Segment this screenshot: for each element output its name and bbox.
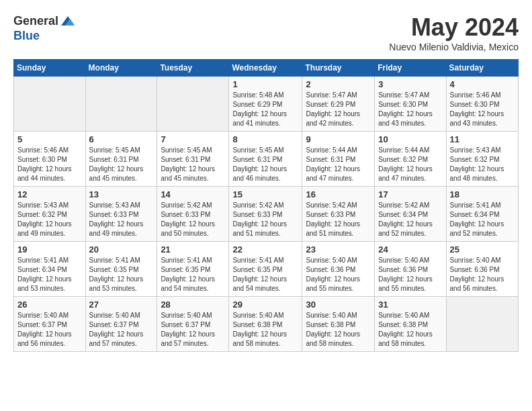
day-number: 3 — [378, 79, 442, 89]
header-saturday: Saturday — [446, 60, 518, 77]
day-info: Sunrise: 5:44 AMSunset: 6:32 PMDaylight:… — [378, 146, 442, 183]
calendar-cell: 12Sunrise: 5:43 AMSunset: 6:32 PMDayligh… — [14, 187, 86, 242]
day-info: Sunrise: 5:45 AMSunset: 6:31 PMDaylight:… — [161, 146, 225, 183]
calendar-cell: 17Sunrise: 5:42 AMSunset: 6:34 PMDayligh… — [375, 187, 446, 242]
calendar-cell: 15Sunrise: 5:42 AMSunset: 6:33 PMDayligh… — [229, 187, 302, 242]
day-number: 16 — [306, 189, 371, 199]
calendar-cell: 16Sunrise: 5:42 AMSunset: 6:33 PMDayligh… — [302, 187, 375, 242]
calendar-cell — [85, 77, 157, 132]
day-info: Sunrise: 5:44 AMSunset: 6:31 PMDaylight:… — [306, 146, 371, 183]
day-number: 19 — [17, 244, 82, 255]
day-info: Sunrise: 5:40 AMSunset: 6:36 PMDaylight:… — [378, 256, 442, 293]
calendar-cell: 19Sunrise: 5:41 AMSunset: 6:34 PMDayligh… — [14, 242, 86, 297]
day-info: Sunrise: 5:43 AMSunset: 6:32 PMDaylight:… — [450, 146, 515, 183]
month-title: May 2024 — [389, 13, 519, 42]
day-number: 14 — [161, 189, 225, 199]
logo-icon — [60, 13, 76, 30]
calendar-cell: 18Sunrise: 5:41 AMSunset: 6:34 PMDayligh… — [446, 187, 518, 242]
calendar-cell: 28Sunrise: 5:40 AMSunset: 6:37 PMDayligh… — [157, 297, 229, 352]
header-tuesday: Tuesday — [157, 60, 229, 77]
calendar-cell: 11Sunrise: 5:43 AMSunset: 6:32 PMDayligh… — [446, 132, 518, 187]
calendar-cell: 7Sunrise: 5:45 AMSunset: 6:31 PMDaylight… — [157, 132, 229, 187]
calendar-cell: 6Sunrise: 5:45 AMSunset: 6:31 PMDaylight… — [85, 132, 157, 187]
day-number: 28 — [161, 300, 225, 310]
day-info: Sunrise: 5:41 AMSunset: 6:35 PMDaylight:… — [161, 256, 225, 293]
day-info: Sunrise: 5:41 AMSunset: 6:35 PMDaylight:… — [232, 256, 298, 293]
day-info: Sunrise: 5:42 AMSunset: 6:33 PMDaylight:… — [161, 201, 225, 238]
day-number: 27 — [89, 300, 154, 310]
header-wednesday: Wednesday — [229, 60, 302, 77]
day-number: 11 — [450, 134, 515, 144]
week-row-5: 26Sunrise: 5:40 AMSunset: 6:37 PMDayligh… — [14, 297, 519, 352]
calendar-cell: 4Sunrise: 5:46 AMSunset: 6:30 PMDaylight… — [446, 77, 518, 132]
calendar-cell: 27Sunrise: 5:40 AMSunset: 6:37 PMDayligh… — [85, 297, 157, 352]
day-number: 21 — [161, 244, 225, 255]
calendar-cell: 24Sunrise: 5:40 AMSunset: 6:36 PMDayligh… — [375, 242, 446, 297]
day-number: 5 — [17, 134, 82, 144]
day-info: Sunrise: 5:40 AMSunset: 6:36 PMDaylight:… — [450, 256, 515, 293]
day-info: Sunrise: 5:40 AMSunset: 6:37 PMDaylight:… — [17, 311, 82, 349]
day-number: 22 — [232, 244, 298, 255]
logo-general-text: General — [13, 15, 58, 28]
calendar-cell: 1Sunrise: 5:48 AMSunset: 6:29 PMDaylight… — [229, 77, 302, 132]
header-monday: Monday — [85, 60, 157, 77]
header-row: SundayMondayTuesdayWednesdayThursdayFrid… — [14, 60, 519, 77]
day-info: Sunrise: 5:46 AMSunset: 6:30 PMDaylight:… — [450, 91, 515, 128]
day-number: 10 — [378, 134, 442, 144]
calendar-cell: 23Sunrise: 5:40 AMSunset: 6:36 PMDayligh… — [302, 242, 375, 297]
day-info: Sunrise: 5:40 AMSunset: 6:37 PMDaylight:… — [161, 311, 225, 349]
day-number: 30 — [306, 300, 371, 310]
logo: General Blue — [13, 13, 76, 43]
header-friday: Friday — [375, 60, 446, 77]
calendar-cell — [446, 297, 518, 352]
day-number: 17 — [378, 189, 442, 199]
calendar-cell: 22Sunrise: 5:41 AMSunset: 6:35 PMDayligh… — [229, 242, 302, 297]
day-info: Sunrise: 5:40 AMSunset: 6:36 PMDaylight:… — [306, 256, 371, 293]
day-number: 15 — [232, 189, 298, 199]
calendar-cell: 31Sunrise: 5:40 AMSunset: 6:38 PMDayligh… — [375, 297, 446, 352]
day-info: Sunrise: 5:40 AMSunset: 6:38 PMDaylight:… — [378, 311, 442, 349]
day-info: Sunrise: 5:40 AMSunset: 6:38 PMDaylight:… — [232, 311, 298, 349]
day-info: Sunrise: 5:48 AMSunset: 6:29 PMDaylight:… — [232, 91, 298, 128]
day-number: 1 — [232, 79, 298, 89]
day-number: 25 — [450, 244, 515, 255]
calendar-cell: 25Sunrise: 5:40 AMSunset: 6:36 PMDayligh… — [446, 242, 518, 297]
day-number: 4 — [450, 79, 515, 89]
calendar-cell: 20Sunrise: 5:41 AMSunset: 6:35 PMDayligh… — [85, 242, 157, 297]
day-info: Sunrise: 5:41 AMSunset: 6:34 PMDaylight:… — [450, 201, 515, 238]
calendar-table: SundayMondayTuesdayWednesdayThursdayFrid… — [13, 59, 519, 352]
header-sunday: Sunday — [14, 60, 86, 77]
day-number: 29 — [232, 300, 298, 310]
day-number: 20 — [89, 244, 154, 255]
calendar-cell — [157, 77, 229, 132]
day-number: 31 — [378, 300, 442, 310]
day-info: Sunrise: 5:40 AMSunset: 6:38 PMDaylight:… — [306, 311, 371, 349]
logo-blue-text: Blue — [13, 30, 76, 43]
day-number: 26 — [17, 300, 82, 310]
day-number: 12 — [17, 189, 82, 199]
calendar-cell: 5Sunrise: 5:46 AMSunset: 6:30 PMDaylight… — [14, 132, 86, 187]
calendar-cell: 2Sunrise: 5:47 AMSunset: 6:29 PMDaylight… — [302, 77, 375, 132]
location-text: Nuevo Milenio Valdivia, Mexico — [389, 42, 519, 52]
day-info: Sunrise: 5:43 AMSunset: 6:33 PMDaylight:… — [89, 201, 154, 238]
day-info: Sunrise: 5:45 AMSunset: 6:31 PMDaylight:… — [232, 146, 298, 183]
day-number: 13 — [89, 189, 154, 199]
header-thursday: Thursday — [302, 60, 375, 77]
day-info: Sunrise: 5:46 AMSunset: 6:30 PMDaylight:… — [17, 146, 82, 183]
day-info: Sunrise: 5:41 AMSunset: 6:34 PMDaylight:… — [17, 256, 82, 293]
week-row-1: 1Sunrise: 5:48 AMSunset: 6:29 PMDaylight… — [14, 77, 519, 132]
day-number: 7 — [161, 134, 225, 144]
title-block: May 2024 Nuevo Milenio Valdivia, Mexico — [389, 13, 519, 52]
week-row-4: 19Sunrise: 5:41 AMSunset: 6:34 PMDayligh… — [14, 242, 519, 297]
day-number: 2 — [306, 79, 371, 89]
calendar-cell: 3Sunrise: 5:47 AMSunset: 6:30 PMDaylight… — [375, 77, 446, 132]
day-info: Sunrise: 5:40 AMSunset: 6:37 PMDaylight:… — [89, 311, 154, 349]
week-row-3: 12Sunrise: 5:43 AMSunset: 6:32 PMDayligh… — [14, 187, 519, 242]
day-info: Sunrise: 5:42 AMSunset: 6:34 PMDaylight:… — [378, 201, 442, 238]
calendar-cell: 14Sunrise: 5:42 AMSunset: 6:33 PMDayligh… — [157, 187, 229, 242]
day-info: Sunrise: 5:47 AMSunset: 6:30 PMDaylight:… — [378, 91, 442, 128]
calendar-cell: 26Sunrise: 5:40 AMSunset: 6:37 PMDayligh… — [14, 297, 86, 352]
day-info: Sunrise: 5:47 AMSunset: 6:29 PMDaylight:… — [306, 91, 371, 128]
day-number: 24 — [378, 244, 442, 255]
day-info: Sunrise: 5:41 AMSunset: 6:35 PMDaylight:… — [89, 256, 154, 293]
